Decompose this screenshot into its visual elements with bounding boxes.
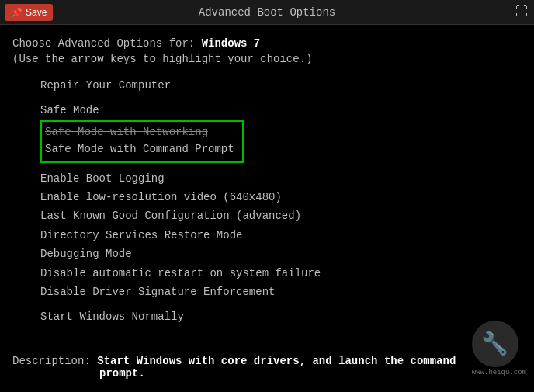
menu-directory-services[interactable]: Directory Services Restore Mode — [12, 226, 522, 245]
save-label: Save — [26, 7, 47, 18]
menu-section: Repair Your Computer Safe Mode Safe Mode… — [12, 76, 522, 327]
expand-icon[interactable]: ⛶ — [515, 5, 528, 19]
header-line1: Choose Advanced Options for: Windows 7 — [12, 37, 522, 50]
save-button[interactable]: 📌 Save — [5, 4, 53, 21]
menu-safe-networking[interactable]: Safe Mode with Networking — [45, 123, 234, 140]
menu-start-normally[interactable]: Start Windows Normally — [12, 307, 522, 326]
menu-boot-logging[interactable]: Enable Boot Logging — [12, 169, 522, 188]
menu-low-res[interactable]: Enable low-resolution video (640x480) — [12, 188, 522, 206]
menu-last-known[interactable]: Last Known Good Configuration (advanced) — [12, 206, 522, 225]
window-title: Advanced Boot Options — [199, 6, 335, 19]
description-area: Description: Start Windows with core dri… — [0, 355, 534, 380]
menu-debugging[interactable]: Debugging Mode — [12, 245, 522, 263]
description-label: Description: — [12, 355, 97, 367]
menu-disable-restart[interactable]: Disable automatic restart on system fail… — [12, 264, 522, 283]
titlebar: 📌 Save Advanced Boot Options ⛶ — [0, 0, 534, 25]
menu-safe-mode[interactable]: Safe Mode — [12, 101, 522, 120]
main-content: Choose Advanced Options for: Windows 7 (… — [0, 25, 534, 392]
pin-icon: 📌 — [11, 7, 23, 18]
menu-safe-cmd[interactable]: Safe Mode with Command Prompt — [45, 140, 234, 158]
menu-repair[interactable]: Repair Your Computer — [12, 76, 522, 95]
header-prefix: Choose Advanced Options for: — [12, 37, 202, 50]
safe-mode-group: Safe Mode with Networking Safe Mode with… — [40, 120, 244, 163]
description-text1: Start Windows with core drivers, and lau… — [97, 355, 456, 367]
menu-disable-driver[interactable]: Disable Driver Signature Enforcement — [12, 283, 522, 301]
description-line1: Description: Start Windows with core dri… — [12, 355, 522, 367]
os-name: Windows 7 — [202, 37, 261, 50]
description-text2: prompt. — [12, 367, 522, 380]
header-line2: (Use the arrow keys to highlight your ch… — [12, 53, 522, 65]
